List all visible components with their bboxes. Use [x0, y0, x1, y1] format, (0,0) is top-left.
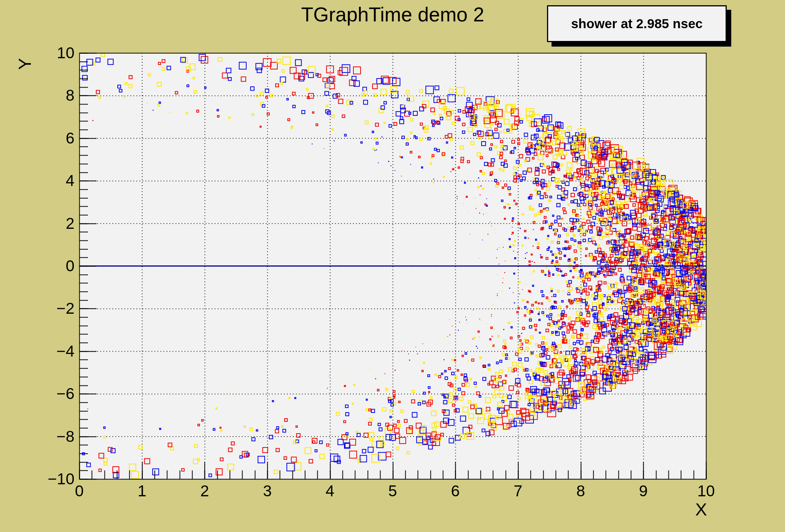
y-tick-label: 6: [0, 129, 74, 147]
x-tick-label: 2: [178, 482, 231, 500]
y-tick-label: −2: [0, 299, 74, 317]
y-tick-label: 8: [0, 86, 74, 104]
y-tick-label: −10: [0, 470, 74, 488]
x-tick-label: 4: [304, 482, 356, 500]
x-tick-label: 10: [680, 482, 732, 500]
y-tick-label: 10: [0, 44, 74, 62]
x-tick-label: 3: [241, 482, 294, 500]
time-stamp-box: shower at 2.985 nsec: [547, 5, 727, 42]
x-tick-label: 7: [492, 482, 544, 500]
y-tick-label: 0: [0, 257, 74, 275]
time-stamp-label: shower at 2.985 nsec: [548, 6, 726, 41]
x-tick-label: 6: [429, 482, 482, 500]
x-tick-label: 8: [555, 482, 607, 500]
y-tick-label: −6: [0, 385, 74, 403]
y-tick-label: 2: [0, 215, 74, 233]
x-tick-label: 5: [367, 482, 419, 500]
root-canvas: TGraphTime demo 2 shower at 2.985 nsec X…: [0, 0, 785, 532]
x-tick-label: 1: [116, 482, 168, 500]
y-tick-label: −4: [0, 342, 74, 360]
x-axis-title: X: [675, 499, 727, 520]
scatter-plot-canvas: [0, 0, 785, 532]
y-tick-label: −8: [0, 428, 74, 446]
x-tick-label: 9: [617, 482, 670, 500]
y-tick-label: 4: [0, 172, 74, 190]
